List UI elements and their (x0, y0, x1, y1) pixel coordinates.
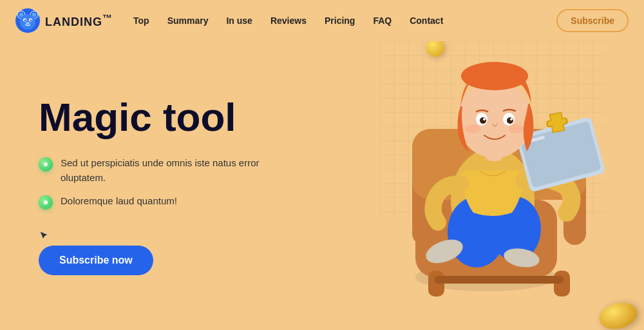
nav-faq[interactable]: FAQ (373, 15, 392, 26)
svg-point-33 (480, 117, 486, 124)
svg-point-9 (30, 19, 32, 21)
nav-links: Top Summary In use Reviews Pricing FAQ C… (133, 15, 556, 26)
nav-reviews[interactable]: Reviews (270, 15, 307, 26)
navbar: LANDING™ Top Summary In use Reviews Pric… (0, 0, 644, 41)
svg-point-8 (24, 19, 26, 21)
svg-point-37 (465, 124, 480, 133)
svg-point-34 (507, 117, 513, 124)
feature-dot-1 (39, 157, 53, 171)
nav-summary[interactable]: Summary (167, 15, 209, 26)
nav-inuse[interactable]: In use (226, 15, 252, 26)
subscribe-button[interactable]: Subscribe now (39, 246, 153, 275)
feature-text-1: Sed ut perspiciatis unde omnis iste natu… (61, 156, 283, 185)
feature-text-2: Doloremque laud quantum! (61, 194, 177, 209)
svg-point-30 (461, 62, 528, 90)
svg-point-10 (26, 22, 30, 24)
svg-point-29 (457, 81, 532, 158)
hero-features: Sed ut perspiciatis unde omnis iste natu… (39, 156, 283, 209)
feature-item-1: Sed ut perspiciatis unde omnis iste natu… (39, 156, 283, 185)
svg-point-36 (510, 118, 513, 121)
hero-title: Magic tool (39, 96, 283, 138)
hero-content: Magic tool Sed ut perspiciatis unde omni… (0, 41, 322, 330)
logo-icon (15, 8, 40, 33)
feature-dot-2 (39, 195, 53, 209)
nav-pricing[interactable]: Pricing (325, 15, 355, 26)
hero-illustration (270, 41, 644, 330)
character-illustration (322, 41, 625, 316)
feature-item-2: Doloremque laud quantum! (39, 194, 283, 209)
svg-point-35 (483, 118, 486, 121)
svg-rect-19 (435, 276, 564, 284)
nav-top[interactable]: Top (133, 15, 149, 26)
svg-point-38 (509, 124, 524, 133)
cursor-icon (39, 230, 49, 240)
nav-subscribe-button[interactable]: Subscribe (556, 9, 629, 32)
logo[interactable]: LANDING™ (15, 8, 113, 33)
nav-contact[interactable]: Contact (410, 15, 443, 26)
hero-section: Magic tool Sed ut perspiciatis unde omni… (0, 41, 644, 330)
logo-text: LANDING™ (45, 12, 113, 29)
